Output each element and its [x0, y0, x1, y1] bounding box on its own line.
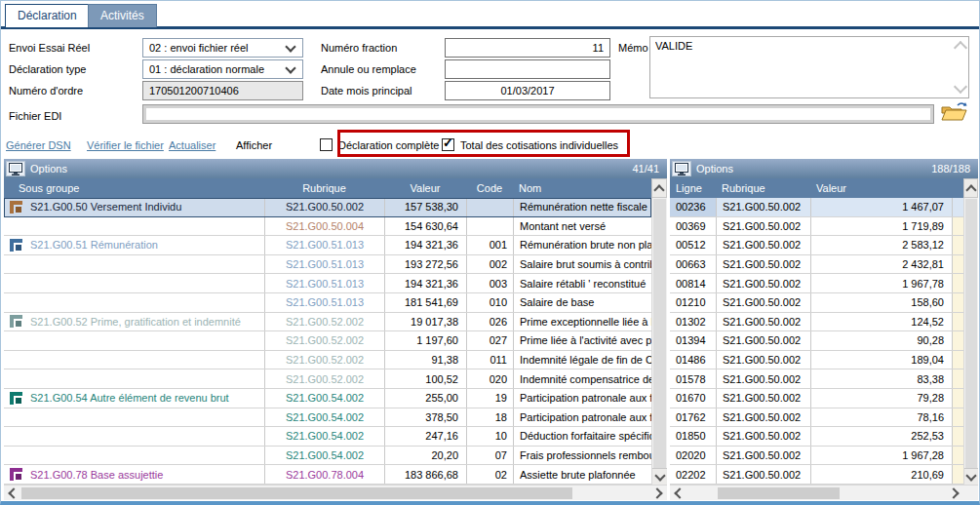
- cell-valeur: 157 538,30: [384, 198, 466, 216]
- col-nom[interactable]: Nom: [513, 178, 651, 198]
- generer-dsn-link[interactable]: Générer DSN: [6, 139, 71, 151]
- cell-ligne: 00512: [670, 236, 716, 254]
- scroll-right-button[interactable]: [651, 486, 667, 500]
- open-file-button[interactable]: [940, 101, 967, 125]
- table-row[interactable]: 01762 S21.G00.50.002 78,16: [670, 408, 963, 428]
- scroll-up-button[interactable]: [963, 178, 978, 198]
- table-row[interactable]: 01394 S21.G00.50.002 90,28: [670, 331, 963, 351]
- cell-rubrique: S21.G00.50.002: [716, 331, 810, 350]
- cell-rubrique: S21.G00.50.002: [716, 217, 810, 236]
- table-row[interactable]: 01578 S21.G00.50.002 83,38: [670, 369, 963, 389]
- table-row[interactable]: S21.G00.54.002 247,16 10 Déduction forfa…: [4, 427, 651, 447]
- table-row[interactable]: 02020 S21.G00.50.002 1 967,28: [670, 447, 963, 466]
- table-row[interactable]: S21.G00.52.002 1 197,60 027 Prime liée à…: [4, 331, 651, 351]
- scroll-up-button[interactable]: [651, 178, 667, 198]
- table-row[interactable]: S21.G00.52 Prime, gratification et indem…: [4, 313, 651, 332]
- actualiser-link[interactable]: Actualiser: [169, 139, 216, 151]
- scrollbar-thumb[interactable]: [21, 487, 572, 499]
- table-row[interactable]: S21.G00.51 Rémunération S21.G00.51.013 1…: [4, 236, 651, 255]
- col-valeur[interactable]: Valeur: [384, 178, 466, 198]
- table-row[interactable]: S21.G00.51.013 181 541,69 010 Salaire de…: [4, 293, 651, 313]
- table-row[interactable]: S21.G00.78 Base assujettie S21.G00.78.00…: [4, 465, 651, 485]
- table-row[interactable]: 01850 S21.G00.50.002 252,53: [670, 427, 963, 447]
- col-rubrique[interactable]: Rubrique: [716, 178, 810, 198]
- cell-rubrique: S21.G00.50.002: [716, 447, 810, 465]
- table-row[interactable]: 01670 S21.G00.50.002 79,28: [670, 389, 963, 408]
- cell-ligne: 01486: [670, 351, 716, 369]
- cell-spacer: [952, 313, 963, 331]
- cell-rubrique: S21.G00.50.002: [716, 313, 810, 331]
- cell-nom: Prime exceptionnelle liée à l'a: [513, 313, 651, 331]
- col-valeur[interactable]: Valeur: [810, 178, 952, 198]
- col-spacer: [952, 178, 963, 198]
- cell-rubrique: S21.G00.52.002: [264, 369, 384, 388]
- total-cotisations-checkbox[interactable]: ✓: [442, 138, 454, 151]
- scroll-down-button[interactable]: [652, 468, 667, 485]
- scrollbar-thumb[interactable]: [965, 199, 977, 468]
- table-row[interactable]: 00236 S21.G00.50.002 1 467,07: [670, 198, 963, 217]
- cell-code: 003: [466, 274, 513, 292]
- col-ligne[interactable]: Ligne: [670, 178, 716, 198]
- cell-spacer: [952, 427, 963, 446]
- scrollbar-thumb[interactable]: [718, 487, 840, 499]
- table-row[interactable]: 00512 S21.G00.50.002 2 583,12: [670, 236, 963, 255]
- cell-code: [466, 217, 513, 236]
- col-sous-groupe[interactable]: Sous groupe: [4, 178, 264, 198]
- table-row[interactable]: S21.G00.52.002 100,52 020 Indemnité comp…: [4, 369, 651, 389]
- table-row[interactable]: 00663 S21.G00.50.002 2 432,81: [670, 255, 963, 275]
- cell-sous-groupe: [4, 274, 264, 292]
- scrollbar-thumb[interactable]: [653, 199, 666, 468]
- vertical-scrollbar[interactable]: [963, 198, 978, 485]
- table-row[interactable]: 01210 S21.G00.50.002 158,60: [670, 293, 963, 313]
- scroll-down-icon[interactable]: [954, 80, 967, 94]
- table-row[interactable]: 01486 S21.G00.50.002 189,04: [670, 351, 963, 370]
- cell-code: 020: [466, 369, 513, 388]
- table-row[interactable]: 00814 S21.G00.50.002 1 967,78: [670, 274, 963, 293]
- total-cotisations-checkbox-group[interactable]: ✓ Total des cotisations individuelles: [442, 138, 618, 151]
- table-row[interactable]: S21.G00.51.013 193 272,56 002 Salaire br…: [4, 255, 651, 275]
- table-row[interactable]: S21.G00.50 Versement Individu S21.G00.50…: [4, 198, 651, 217]
- cell-code: 026: [466, 313, 513, 331]
- scroll-right-button[interactable]: [948, 486, 963, 500]
- tab-activites[interactable]: Activités: [88, 4, 157, 27]
- cell-nom: Prime liée à l'activité avec pé: [513, 331, 651, 350]
- fichier-edi-field[interactable]: [142, 104, 934, 124]
- date-field[interactable]: [445, 81, 610, 100]
- cell-rubrique: S21.G00.50.004: [264, 217, 384, 236]
- memo-field[interactable]: VALIDE: [649, 36, 969, 98]
- horizontal-scrollbar[interactable]: [4, 485, 667, 500]
- fraction-field[interactable]: [445, 38, 610, 58]
- annule-field[interactable]: [445, 59, 610, 79]
- table-row[interactable]: 00369 S21.G00.50.002 1 719,89: [670, 217, 963, 237]
- cell-rubrique: S21.G00.52.002: [264, 331, 384, 350]
- table-row[interactable]: S21.G00.54.002 20,20 07 Frais profession…: [4, 447, 651, 466]
- verifier-fichier-link[interactable]: Vérifier le fichier: [87, 139, 164, 151]
- type-select[interactable]: 01 : déclaration normale: [142, 59, 303, 79]
- cell-spacer: [952, 408, 963, 427]
- col-code[interactable]: Code: [466, 178, 513, 198]
- vertical-scrollbar[interactable]: [651, 198, 667, 485]
- envoi-select[interactable]: 02 : envoi fichier réel: [142, 38, 303, 58]
- table-row[interactable]: S21.G00.52.002 91,38 011 Indemnité légal…: [4, 351, 651, 370]
- table-row[interactable]: S21.G00.54.002 378,50 18 Participation p…: [4, 408, 651, 428]
- declaration-complete-checkbox[interactable]: [320, 138, 333, 151]
- table-row[interactable]: S21.G00.50.004 154 630,64 Montant net ve…: [4, 217, 651, 237]
- cell-valeur: 19 017,38: [384, 313, 466, 331]
- cell-valeur: 194 321,36: [384, 236, 466, 254]
- scroll-left-button[interactable]: [670, 486, 686, 500]
- table-row[interactable]: 02202 S21.G00.50.002 210,69: [670, 465, 963, 485]
- col-rubrique[interactable]: Rubrique: [264, 178, 384, 198]
- table-row[interactable]: S21.G00.51.013 194 321,36 003 Salaire ré…: [4, 274, 651, 293]
- table-row[interactable]: 01302 S21.G00.50.002 124,52: [670, 313, 963, 332]
- ordre-field[interactable]: [142, 81, 303, 100]
- scroll-up-icon[interactable]: [954, 41, 967, 55]
- tab-declaration[interactable]: Déclaration: [5, 4, 90, 27]
- cell-spacer: [952, 293, 963, 312]
- cell-valeur: 255,00: [384, 389, 466, 408]
- horizontal-scrollbar[interactable]: [670, 485, 978, 500]
- scroll-down-button[interactable]: [964, 468, 978, 485]
- cell-sous-groupe: [4, 447, 264, 465]
- scroll-left-button[interactable]: [4, 486, 20, 500]
- left-panel-count: 41/41: [632, 163, 659, 175]
- table-row[interactable]: S21.G00.54 Autre élément de revenu brut …: [4, 389, 651, 408]
